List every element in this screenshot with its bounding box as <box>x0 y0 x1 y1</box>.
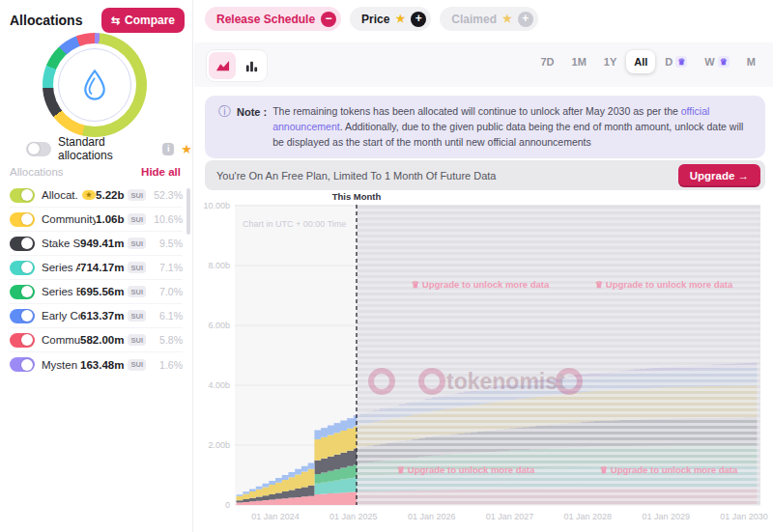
allocation-percent: 9.5% <box>150 238 183 249</box>
allocation-percent: 5.8% <box>150 334 183 346</box>
allocation-name: Series B <box>42 286 80 297</box>
time-range-label: 1Y <box>604 56 616 68</box>
allocation-toggle[interactable] <box>10 188 35 203</box>
note-box: ⓘ Note : The remaining tokens has been a… <box>205 96 765 158</box>
token-badge: SUI <box>128 359 146 371</box>
standard-allocations-toggle[interactable] <box>26 142 51 156</box>
note-text: The remaining tokens has been allocated … <box>272 104 752 150</box>
metric-tab-price[interactable]: Price ★ + <box>350 7 431 31</box>
allocation-toggle[interactable] <box>10 309 35 323</box>
note-text-2: . Additionally, due to the given public … <box>272 121 743 148</box>
note-text-1: The remaining tokens has been allocated … <box>272 105 681 117</box>
token-badge: SUI <box>128 334 146 346</box>
allocation-toggle[interactable] <box>10 333 35 348</box>
allocation-value: 949.41m <box>80 238 124 249</box>
allocation-row: Allocat... ★ 5.22b SUI 52.3% <box>10 183 183 208</box>
note-label: Note : <box>237 104 267 120</box>
free-plan-banner: You're On An Free Plan, Limited To 1 Mon… <box>205 160 765 190</box>
metric-tabs: Release Schedule ★ − Price ★ + Claimed ★… <box>205 7 538 31</box>
allocation-toggle[interactable] <box>10 237 35 251</box>
token-badge: SUI <box>128 262 146 273</box>
star-icon: ★ <box>181 143 192 155</box>
compare-label: Compare <box>125 14 175 27</box>
sidebar-title: Allocations <box>10 13 82 28</box>
info-icon[interactable]: i <box>162 143 174 155</box>
note-info-icon: ⓘ <box>218 104 231 120</box>
allocation-row: Community ... ★ 582.00m SUI 5.8% <box>10 328 183 352</box>
list-header-title: Allocations <box>10 166 64 178</box>
area-chart-button[interactable] <box>209 52 236 79</box>
metric-tab-release-schedule[interactable]: Release Schedule ★ − <box>205 7 341 31</box>
hide-all-link[interactable]: Hide all <box>141 166 181 178</box>
time-range-m[interactable]: M <box>739 50 763 73</box>
area-chart-icon <box>215 59 230 73</box>
time-range-d[interactable]: D ♛ <box>657 50 695 73</box>
allocations-sidebar: Allocations ⇆ Compare Standard allocatio… <box>0 0 193 532</box>
svg-text:01 Jan 2027: 01 Jan 2027 <box>486 512 534 521</box>
allocation-values: 949.41m SUI 9.5% <box>80 238 183 249</box>
allocation-toggle[interactable] <box>10 357 35 372</box>
allocation-name: Community ... <box>42 213 96 225</box>
time-range-all[interactable]: All <box>626 50 655 73</box>
svg-text:0: 0 <box>225 500 230 510</box>
allocation-value: 695.56m <box>80 286 124 297</box>
time-range-7d[interactable]: 7D <box>532 50 561 73</box>
allocation-value: 714.17m <box>80 262 124 273</box>
svg-text:01 Jan 2029: 01 Jan 2029 <box>642 512 690 521</box>
allocation-percent: 7.0% <box>150 286 183 297</box>
time-range-1y[interactable]: 1Y <box>596 50 624 73</box>
svg-text:8.00b: 8.00b <box>208 261 230 270</box>
toggle-metric-icon[interactable]: + <box>518 12 533 27</box>
token-badge: SUI <box>128 238 146 249</box>
allocation-donut-chart[interactable] <box>43 33 147 137</box>
time-range-1m[interactable]: 1M <box>564 50 594 73</box>
allocation-name: Community ... <box>42 334 80 346</box>
premium-badge: ★ <box>82 190 96 200</box>
allocation-row: Stake Subsi... ★ 949.41m SUI 9.5% <box>10 232 183 256</box>
sidebar-header: Allocations ⇆ Compare <box>10 8 185 33</box>
release-schedule-chart[interactable]: 02.00b4.00b6.00b8.00b10.00btokenomist♛ U… <box>198 191 773 532</box>
allocation-toggle[interactable] <box>10 285 35 299</box>
sidebar-scrollbar[interactable] <box>186 188 190 235</box>
allocation-toggle[interactable] <box>10 212 35 227</box>
allocation-values: 714.17m SUI 7.1% <box>80 262 183 273</box>
svg-text:6.00b: 6.00b <box>208 321 230 330</box>
allocation-list: Allocat... ★ 5.22b SUI 52.3% Community .… <box>10 183 183 377</box>
chart-canvas[interactable]: 02.00b4.00b6.00b8.00b10.00btokenomist♛ U… <box>198 191 773 532</box>
allocation-percent: 6.1% <box>150 310 183 322</box>
bar-chart-button[interactable] <box>238 52 265 79</box>
premium-star-icon: ★ <box>502 13 512 25</box>
toggle-metric-icon[interactable]: + <box>411 12 426 27</box>
allocation-toggle[interactable] <box>10 261 35 275</box>
crown-icon: ♛ <box>675 56 687 68</box>
allocation-name: Stake Subsi... <box>42 238 80 249</box>
compare-icon: ⇆ <box>111 15 120 26</box>
upgrade-watermark: ♛ Upgrade to unlock more data <box>600 464 738 475</box>
metric-tab-label: Price <box>361 13 389 26</box>
allocation-values: 695.56m SUI 7.0% <box>80 286 183 297</box>
allocation-row: Mysten Lab... ★ 163.48m SUI 1.6% <box>10 352 183 377</box>
toggle-metric-icon[interactable]: − <box>321 12 336 27</box>
allocation-name: Mysten Lab... <box>42 359 80 371</box>
allocation-values: 613.37m SUI 6.1% <box>80 310 183 322</box>
standard-allocations-row: Standard allocations i ★ <box>26 135 192 162</box>
allocation-percent: 1.6% <box>150 359 183 371</box>
allocation-row: Series A ★ 714.17m SUI 7.1% <box>10 256 183 280</box>
time-range-label: M <box>747 56 756 68</box>
token-badge: SUI <box>128 189 146 201</box>
sui-drop-icon <box>80 69 109 101</box>
chart-toolbar: 7D 1M 1Y All D ♛ W ♛ M <box>194 42 773 87</box>
upgrade-watermark: ♛ Upgrade to unlock more data <box>412 279 550 290</box>
allocation-value: 5.22b <box>96 189 124 201</box>
time-range-label: 7D <box>540 56 554 68</box>
upgrade-button[interactable]: Upgrade → <box>678 164 760 187</box>
allocation-percent: 52.3% <box>150 189 183 201</box>
compare-button[interactable]: ⇆ Compare <box>101 8 185 33</box>
time-range-w[interactable]: W ♛ <box>697 50 736 73</box>
allocation-values: 163.48m SUI 1.6% <box>80 359 183 371</box>
metric-tab-claimed[interactable]: Claimed ★ + <box>440 7 538 31</box>
allocation-row: Series B ★ 695.56m SUI 7.0% <box>10 280 183 304</box>
free-plan-text: You're On An Free Plan, Limited To 1 Mon… <box>216 170 496 182</box>
allocation-name: Early Contri... <box>42 310 80 322</box>
allocation-values: 582.00m SUI 5.8% <box>80 334 183 346</box>
